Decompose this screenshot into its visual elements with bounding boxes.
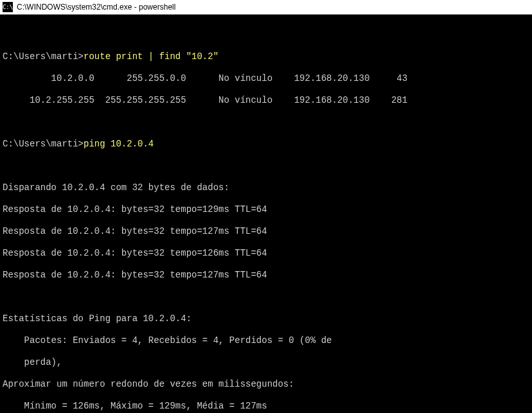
- ping-output: Resposta de 10.2.0.4: bytes=32 tempo=129…: [3, 204, 529, 215]
- command-text: route print | find "10.2": [84, 51, 218, 62]
- window-title: C:\WINDOWS\system32\cmd.exe - powershell: [17, 3, 175, 12]
- command-text: ping 10.2.0.4: [84, 139, 154, 149]
- prompt: C:\Users\marti>: [3, 139, 84, 149]
- window-titlebar[interactable]: C:\ C:\WINDOWS\system32\cmd.exe - powers…: [0, 0, 532, 15]
- prompt: C:\Users\marti>: [3, 51, 84, 62]
- cmd-line: C:\Users\marti>ping 10.2.0.4: [3, 139, 529, 150]
- blank-line: [3, 117, 529, 128]
- ping-stats: Aproximar um número redondo de vezes em …: [3, 379, 529, 390]
- blank-line: [3, 161, 529, 171]
- route-row: 10.2.255.255 255.255.255.255 No vínculo …: [3, 95, 529, 106]
- terminal-output[interactable]: C:\Users\marti>route print | find "10.2"…: [0, 15, 532, 413]
- ping-output: Resposta de 10.2.0.4: bytes=32 tempo=127…: [3, 226, 529, 237]
- cmd-line: C:\Users\marti>route print | find "10.2": [3, 51, 529, 62]
- cmd-icon: C:\: [3, 2, 13, 12]
- ping-output: Disparando 10.2.0.4 com 32 bytes de dado…: [3, 182, 529, 193]
- blank-line: [3, 30, 529, 40]
- ping-output: Resposta de 10.2.0.4: bytes=32 tempo=126…: [3, 248, 529, 259]
- ping-stats: perda),: [3, 357, 529, 368]
- ping-stats: Mínimo = 126ms, Máximo = 129ms, Média = …: [3, 401, 529, 412]
- ping-stats: Estatísticas do Ping para 10.2.0.4:: [3, 313, 529, 324]
- ping-output: Resposta de 10.2.0.4: bytes=32 tempo=127…: [3, 270, 529, 281]
- blank-line: [3, 292, 529, 303]
- ping-stats: Pacotes: Enviados = 4, Recebidos = 4, Pe…: [3, 335, 529, 346]
- route-row: 10.2.0.0 255.255.0.0 No vínculo 192.168.…: [3, 73, 529, 84]
